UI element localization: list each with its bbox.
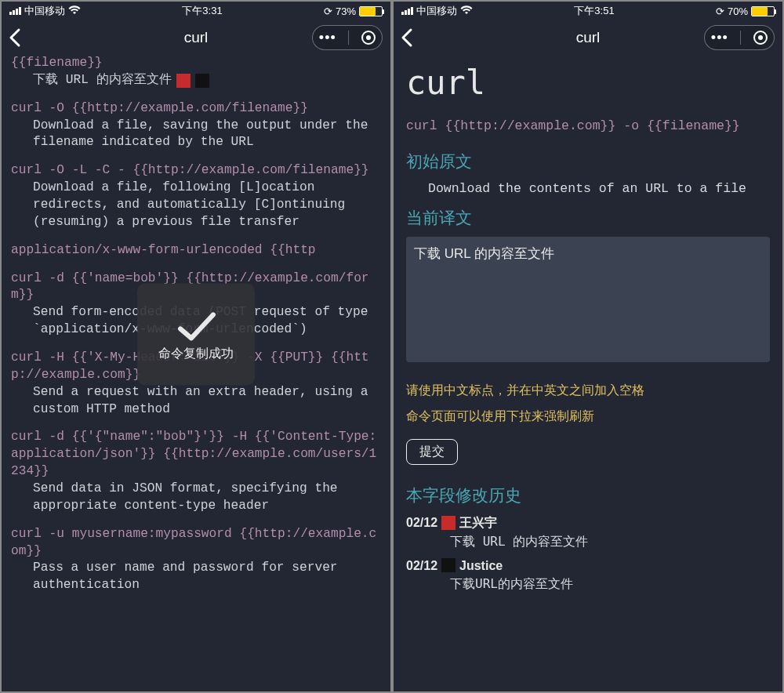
history-date: 02/12 [406, 557, 437, 575]
rotation-lock-icon: ⟳ [716, 5, 724, 17]
menu-button[interactable]: ••• [319, 30, 336, 46]
cmd-line: curl -O {{http://example.com/filename}} [11, 100, 381, 118]
cmd-description: Download a file, saving the output under… [11, 118, 381, 152]
cmd-line: curl -u myusername:mypassword {{http://e… [11, 526, 381, 561]
section-translation-heading: 当前译文 [406, 206, 770, 230]
back-button[interactable] [8, 27, 22, 54]
miniprogram-capsule: ••• [704, 25, 775, 50]
carrier-label: 中国移动 [24, 4, 65, 18]
section-original-heading: 初始原文 [406, 150, 770, 173]
menu-button[interactable]: ••• [711, 30, 728, 46]
status-bar: 中国移动 下午3:31 ⟳ 73% [2, 2, 390, 20]
cmd-line: application/x-www-form-urlencoded {{http [11, 242, 381, 259]
copy-success-toast: 命令复制成功 [137, 283, 255, 385]
translation-input[interactable] [406, 237, 770, 362]
cmd-line: curl -d {{'{"name":"bob"}'}} -H {{'Conte… [11, 429, 381, 481]
clock-label: 下午3:31 [182, 4, 222, 18]
signal-icon [9, 7, 21, 15]
cmd-description: 下载 URL 的内容至文件 [33, 72, 172, 89]
edit-form: curl curl {{http://example.com}} -o {{fi… [394, 55, 782, 691]
miniprogram-capsule: ••• [312, 25, 383, 50]
partial-cmd: {{filename}} [11, 55, 381, 72]
close-button[interactable] [753, 31, 768, 45]
clock-label: 下午3:51 [574, 4, 614, 18]
carrier-label: 中国移动 [416, 4, 457, 18]
cmd-line: curl {{http://example.com}} -o {{filenam… [406, 117, 770, 136]
check-icon [172, 307, 220, 346]
signal-icon [401, 7, 413, 15]
list-item[interactable]: curl -d {{'{"name":"bob"}'}} -H {{'Conte… [11, 429, 381, 514]
original-text: Download the contents of an URL to a fil… [406, 180, 770, 198]
history-text: 下载 URL 的内容至文件 [406, 532, 770, 550]
section-history-heading: 本字段修改历史 [406, 484, 770, 507]
cmd-description: Pass a user name and password for server… [11, 560, 381, 594]
list-item[interactable]: curl -O {{http://example.com/filename}} … [11, 100, 381, 152]
back-button[interactable] [400, 27, 414, 54]
history-item: 02/12 Justice 下载URL的内容至文件 [406, 557, 770, 593]
battery-icon [751, 6, 775, 16]
list-item[interactable]: curl -O -L -C - {{http://example.com/fil… [11, 162, 381, 230]
submit-button[interactable]: 提交 [406, 439, 458, 465]
nav-bar: curl ••• [2, 20, 390, 55]
hint-text: 请使用中文标点，并在中英文之间加入空格 [406, 381, 770, 399]
history-user: 王兴宇 [459, 513, 497, 532]
battery-pct-label: 70% [728, 5, 748, 17]
list-item[interactable]: application/x-www-form-urlencoded {{http [11, 242, 381, 259]
status-bar: 中国移动 下午3:51 ⟳ 70% [394, 2, 782, 20]
cmd-description: Send a request with an extra header, usi… [11, 384, 381, 419]
right-screen: 中国移动 下午3:51 ⟳ 70% curl ••• curl curl {{h… [394, 2, 782, 691]
toast-label: 命令复制成功 [158, 346, 234, 362]
cmd-description: Send data in JSON format, specifying the… [11, 481, 381, 515]
battery-pct-label: 73% [336, 5, 356, 17]
history-user: Justice [459, 557, 503, 575]
history-date: 02/12 [406, 513, 437, 532]
page-title: curl [184, 29, 209, 46]
left-screen: 中国移动 下午3:31 ⟳ 73% curl ••• {{filename}} … [2, 2, 390, 691]
wifi-icon [460, 5, 473, 17]
battery-icon [359, 6, 383, 16]
avatar-icon [195, 74, 209, 88]
list-item[interactable]: 下载 URL 的内容至文件 [11, 72, 381, 89]
close-button[interactable] [361, 31, 376, 45]
cmd-line: curl -O -L -C - {{http://example.com/fil… [11, 162, 381, 180]
avatar-icon [441, 516, 456, 530]
hint-text: 命令页面可以使用下拉来强制刷新 [406, 407, 770, 425]
avatar-icon [441, 558, 456, 572]
history-item: 02/12 王兴宇 下载 URL 的内容至文件 [406, 513, 770, 550]
history-text: 下载URL的内容至文件 [406, 575, 770, 593]
list-item[interactable]: curl -u myusername:mypassword {{http://e… [11, 526, 381, 594]
wifi-icon [68, 5, 81, 17]
nav-bar: curl ••• [394, 20, 782, 55]
page-title: curl [576, 29, 601, 46]
command-heading: curl [406, 60, 770, 107]
avatar-icon [176, 74, 191, 88]
rotation-lock-icon: ⟳ [324, 5, 332, 17]
cmd-description: Download a file, following [L]ocation re… [11, 180, 381, 231]
